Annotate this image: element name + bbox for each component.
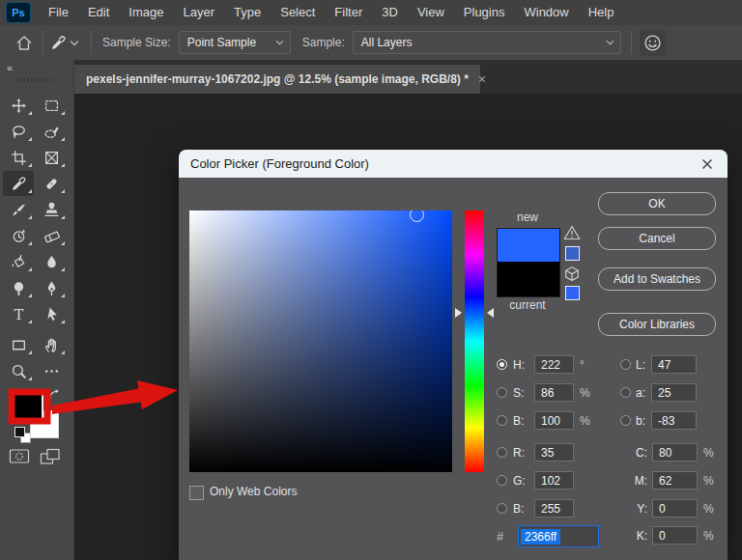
rectangle-tool-icon[interactable]	[3, 332, 34, 357]
path-selection-tool-icon[interactable]	[36, 301, 67, 326]
add-to-swatches-button[interactable]: Add to Swatches	[598, 267, 716, 291]
saturation-radio[interactable]	[497, 387, 507, 398]
web-color-swatch[interactable]	[565, 286, 580, 300]
hue-slider-right-arrow[interactable]	[487, 308, 494, 318]
brightness-unit: %	[580, 414, 590, 428]
sample-size-dropdown[interactable]: Point Sample	[179, 31, 291, 54]
green-label: G:	[513, 474, 530, 488]
foreground-color-swatch[interactable]	[13, 393, 43, 422]
history-brush-tool-icon[interactable]	[3, 223, 34, 248]
paint-bucket-tool-icon[interactable]	[3, 249, 34, 274]
hue-slider-left-arrow[interactable]	[455, 308, 462, 318]
document-tab[interactable]: pexels-jennifer-murray-1067202.jpg @ 12.…	[74, 65, 480, 94]
menu-view[interactable]: View	[408, 0, 454, 25]
lab-b-radio[interactable]	[620, 415, 631, 426]
lab-b-input[interactable]	[651, 411, 697, 430]
menu-plugins[interactable]: Plugins	[454, 0, 515, 25]
current-color-swatch[interactable]	[497, 262, 560, 297]
lab-a-input[interactable]	[651, 383, 697, 402]
chevron-down-icon[interactable]	[70, 40, 79, 46]
hue-slider[interactable]	[465, 210, 484, 472]
ok-button[interactable]: OK	[598, 192, 716, 215]
panel-grip-handle[interactable]	[19, 78, 54, 82]
gamut-color-swatch[interactable]	[565, 246, 580, 261]
blue-input[interactable]	[534, 499, 574, 518]
more-tools-icon[interactable]	[36, 358, 67, 383]
dialog-close-icon[interactable]	[699, 156, 715, 172]
type-tool-icon[interactable]: T	[3, 301, 34, 326]
cancel-button[interactable]: Cancel	[598, 227, 716, 250]
hue-input[interactable]	[534, 355, 574, 374]
svg-text:T: T	[14, 306, 23, 322]
quick-mask-mode-icon[interactable]	[9, 448, 30, 464]
brightness-input[interactable]	[534, 411, 574, 430]
red-radio[interactable]	[497, 447, 507, 458]
sample-dropdown[interactable]: All Layers	[353, 31, 621, 54]
object-selection-tool-icon[interactable]	[36, 119, 67, 144]
home-icon[interactable]	[15, 35, 33, 51]
red-input[interactable]	[534, 443, 574, 462]
menu-type[interactable]: Type	[224, 0, 271, 25]
spot-healing-brush-tool-icon[interactable]	[36, 171, 67, 196]
frame-tool-icon[interactable]	[36, 145, 67, 170]
black-unit: %	[703, 529, 714, 543]
lasso-tool-icon[interactable]	[3, 119, 34, 144]
hand-tool-icon[interactable]	[36, 332, 67, 357]
hex-input[interactable]: 2366ff	[518, 525, 599, 547]
blur-tool-icon[interactable]	[36, 249, 67, 274]
rectangular-marquee-tool-icon[interactable]	[36, 93, 67, 118]
black-input[interactable]	[652, 526, 698, 545]
field-row-blue: B:	[497, 498, 574, 518]
lab-l-input[interactable]	[651, 355, 697, 374]
yellow-input[interactable]	[652, 499, 698, 518]
dodge-tool-icon[interactable]	[3, 275, 34, 300]
only-web-colors-checkbox[interactable]	[189, 486, 204, 500]
swap-colors-icon[interactable]	[46, 388, 61, 403]
blue-label: B:	[513, 502, 530, 516]
color-field-marker[interactable]	[410, 210, 424, 222]
photoshop-logo-icon: Ps	[6, 2, 31, 23]
menu-window[interactable]: Window	[514, 0, 578, 25]
document-tab-bar: pexels-jennifer-murray-1067202.jpg @ 12.…	[73, 60, 742, 94]
collapse-panel-button[interactable]: «	[7, 62, 14, 73]
pen-tool-icon[interactable]	[36, 275, 67, 300]
green-radio[interactable]	[497, 475, 507, 486]
saturation-input[interactable]	[534, 383, 574, 402]
move-tool-icon[interactable]	[3, 93, 34, 118]
eyedropper-tool-icon[interactable]	[3, 171, 34, 196]
menu-file[interactable]: File	[39, 0, 78, 25]
menu-layer[interactable]: Layer	[174, 0, 225, 25]
color-libraries-button[interactable]: Color Libraries	[598, 313, 716, 336]
dialog-title-bar[interactable]: Color Picker (Foreground Color)	[179, 150, 728, 178]
menu-image[interactable]: Image	[119, 0, 173, 25]
screen-mode-icon[interactable]	[40, 448, 62, 465]
menu-help[interactable]: Help	[579, 0, 624, 25]
zoom-tool-icon[interactable]	[3, 358, 34, 383]
clone-stamp-tool-icon[interactable]	[36, 197, 67, 222]
blue-radio[interactable]	[497, 503, 507, 514]
lab-a-radio[interactable]	[620, 387, 631, 398]
hue-unit: °	[580, 358, 585, 372]
gamut-warning-icon[interactable]	[563, 225, 581, 240]
web-color-cube-icon[interactable]	[563, 266, 581, 283]
menu-3d[interactable]: 3D	[372, 0, 408, 25]
hue-radio[interactable]	[497, 359, 507, 370]
only-web-colors-label: Only Web Colors	[210, 485, 297, 498]
saturation-brightness-field[interactable]	[189, 210, 452, 472]
tab-close-icon[interactable]: ×	[478, 72, 486, 86]
magenta-input[interactable]	[652, 471, 698, 490]
menu-select[interactable]: Select	[271, 0, 325, 25]
cyan-input[interactable]	[652, 443, 698, 462]
eraser-tool-icon[interactable]	[36, 223, 67, 248]
hex-label: #	[497, 529, 503, 544]
lab-l-radio[interactable]	[620, 359, 631, 370]
menu-filter[interactable]: Filter	[325, 0, 372, 25]
brush-tool-icon[interactable]	[3, 197, 34, 222]
brightness-radio[interactable]	[497, 415, 507, 426]
default-colors-icon-front[interactable]	[14, 427, 25, 437]
eyedropper-tool-preset-icon[interactable]	[50, 35, 67, 51]
menu-edit[interactable]: Edit	[78, 0, 119, 25]
crop-tool-icon[interactable]	[3, 145, 34, 170]
feedback-smiley-icon[interactable]	[640, 30, 666, 56]
green-input[interactable]	[534, 471, 574, 490]
